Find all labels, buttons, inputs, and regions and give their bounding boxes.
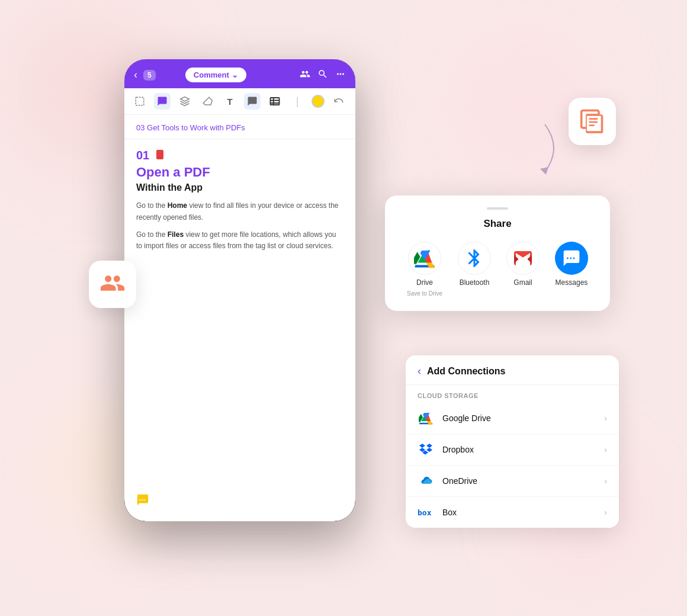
googledrive-icon [418,410,434,426]
onedrive-label: OneDrive [442,476,604,486]
back-button[interactable]: ‹ [134,69,137,81]
bluetooth-label: Bluetooth [460,278,490,287]
googledrive-chevron: › [604,413,607,423]
share-item-drive[interactable]: Drive Save to Drive [407,242,442,297]
gmail-label: Gmail [513,278,532,287]
svg-rect-0 [136,97,144,105]
share-item-bluetooth[interactable]: Bluetooth [458,242,491,287]
share-icons-row: Drive Save to Drive Bluetooth [399,242,596,297]
dropbox-label: Dropbox [442,445,604,454]
svg-marker-5 [540,167,548,175]
box-icon: box [418,504,434,521]
share-item-messages[interactable]: Messages [555,242,588,287]
connections-card: ‹ Add Connections CLOUD STORAGE Google D… [406,355,619,528]
eraser-tool[interactable] [199,93,216,110]
section-number: 01 [136,149,149,162]
connections-title: Add Connections [427,366,505,377]
svg-text:box: box [418,508,432,517]
share-title: Share [399,218,596,230]
color-picker[interactable] [312,95,325,108]
selection-tool[interactable] [131,93,148,110]
page-top-label: 03 Get Tools to Work with PDFs [136,123,245,132]
comment-tool[interactable] [154,93,171,110]
share-card: Share Drive Save to Drive [385,195,610,311]
bluetooth-svg [464,248,485,269]
curved-arrow [497,118,569,178]
dropbox-chevron: › [604,445,607,454]
comment-chevron: ⌄ [232,70,238,79]
messages-icon-circle [555,242,588,275]
app-toolbar: T | [124,88,355,115]
section-subtitle: Within the App [136,182,344,193]
messages-label: Messages [556,278,588,287]
note-tool[interactable] [244,93,261,110]
page-content: 01 Open a PDF Within the App Go to the H… [124,139,355,521]
users-chip [89,261,136,308]
person-icon[interactable] [300,69,310,82]
page-badge: 5 [143,70,156,81]
app-header: ‹ 5 Comment ⌄ [124,59,355,88]
undo-tool[interactable] [330,93,347,110]
list-tool[interactable] [267,93,283,110]
share-handle [487,207,508,210]
annotation-icon [579,107,605,136]
scene: ‹ 5 Comment ⌄ [0,0,687,616]
text-tool[interactable]: T [221,93,238,110]
gmail-icon-circle [506,242,540,275]
drive-svg [414,248,435,269]
onedrive-icon [418,473,434,489]
phone-frame: ‹ 5 Comment ⌄ [124,59,355,521]
box-label: Box [442,508,604,517]
phone-screen: ‹ 5 Comment ⌄ [124,59,355,521]
connections-section-label: CLOUD STORAGE [406,385,619,403]
body-text-2: Go to the Files view to get more file lo… [136,229,344,252]
chat-icon-bottom [136,493,149,509]
connections-header: ‹ Add Connections [406,355,619,385]
share-item-gmail[interactable]: Gmail [506,242,540,287]
drive-label: Drive [416,278,433,287]
connections-item-onedrive[interactable]: OneDrive › [406,466,619,497]
header-icons [300,69,346,82]
dropbox-icon [418,441,434,458]
drive-sublabel: Save to Drive [407,290,442,297]
section-title: Open a PDF [136,165,344,180]
search-icon[interactable] [317,69,328,82]
connections-item-box[interactable]: box Box › [406,497,619,528]
comment-button[interactable]: Comment ⌄ [185,68,246,82]
body-text-1: Go to the Home view to find all files in… [136,200,344,223]
messages-svg [562,249,581,268]
drive-icon-circle [408,242,441,275]
users-icon [99,270,126,299]
divider-tool: | [289,93,306,110]
onedrive-chevron: › [604,476,607,486]
connections-back-button[interactable]: ‹ [418,365,421,377]
connections-item-dropbox[interactable]: Dropbox › [406,434,619,466]
gmail-svg [512,248,534,269]
bookmark-icon [156,150,163,159]
more-icon[interactable] [335,69,346,82]
googledrive-label: Google Drive [442,413,604,423]
box-chevron: › [604,508,607,517]
page-top: 03 Get Tools to Work with PDFs [124,115,355,139]
comment-label: Comment [194,70,229,79]
svg-rect-1 [271,98,280,105]
annotation-chip [569,98,616,145]
bluetooth-icon-circle [458,242,491,275]
stamp-tool[interactable] [176,93,193,110]
connections-item-googledrive[interactable]: Google Drive › [406,403,619,434]
